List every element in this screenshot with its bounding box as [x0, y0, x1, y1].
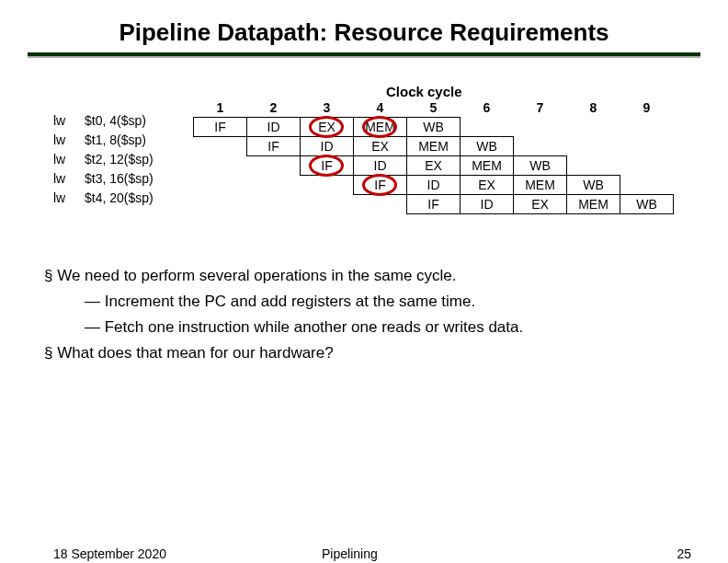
pipeline-cell: WB: [461, 136, 514, 155]
pipeline-cell: [247, 175, 301, 194]
cycle-header: 6: [461, 98, 514, 117]
pipeline-cell: [194, 155, 247, 175]
cycle-header: 5: [407, 98, 461, 117]
pipeline-cell: [461, 117, 514, 136]
pipeline-cell: [301, 194, 354, 213]
operands: $t3, 16($sp): [85, 171, 154, 186]
bullet-level-2: Increment the PC and add registers at th…: [44, 289, 523, 315]
cycle-header: 9: [620, 98, 674, 117]
table-row: IFIDEXMEMWB: [194, 117, 674, 136]
operands: $t0, 4($sp): [85, 113, 146, 128]
pipeline-cell: [620, 117, 674, 136]
pipeline-cell: WB: [514, 155, 567, 175]
pipeline-cell: ID: [407, 175, 461, 194]
pipeline-cell: [620, 175, 674, 194]
mnemonic: lw: [53, 189, 85, 208]
pipeline-table: 123456789IFIDEXMEMWBIFIDEXMEMWBIFIDEXMEM…: [193, 98, 674, 214]
title-block: Pipeline Datapath: Resource Requirements: [28, 18, 700, 58]
title-underline: [28, 52, 700, 58]
bullet-level-1: What does that mean for our hardware?: [44, 340, 523, 366]
operands: $t1, 8($sp): [85, 132, 146, 147]
pipeline-cell: [247, 194, 301, 213]
clock-cycle-label: Clock cycle: [386, 84, 462, 99]
pipeline-cell: EX: [354, 136, 407, 155]
pipeline-cell: [620, 136, 674, 155]
cycle-header: 2: [247, 98, 301, 117]
pipeline-cell: [567, 155, 620, 175]
table-row: IFIDEXMEMWB: [194, 175, 674, 194]
pipeline-cell: WB: [407, 117, 461, 136]
instruction-row: lw$t4, 20($sp): [53, 189, 154, 208]
footer-date: 18 September 2020: [53, 546, 166, 561]
pipeline-cell: [194, 136, 247, 155]
pipeline-cell: MEM: [461, 155, 514, 175]
pipeline-cell: ID: [301, 136, 354, 155]
pipeline-cell: WB: [620, 194, 674, 213]
bullet-level-2: Fetch one instruction while another one …: [44, 315, 523, 340]
instruction-row: lw$t3, 16($sp): [53, 169, 154, 189]
bullet-level-1: We need to perform several operations in…: [44, 263, 523, 289]
pipeline-cell: ID: [354, 155, 407, 175]
pipeline-cell: MEM: [567, 194, 620, 213]
instruction-list: lw$t0, 4($sp)lw$t1, 8($sp)lw$t2, 12($sp)…: [53, 111, 154, 208]
pipeline-cell: MEM: [354, 117, 407, 136]
mnemonic: lw: [53, 131, 85, 150]
cycle-header: 7: [514, 98, 567, 117]
footer-page-number: 25: [677, 546, 691, 561]
pipeline-cell: ID: [247, 117, 301, 136]
pipeline-cell: EX: [461, 175, 514, 194]
pipeline-cell: ID: [461, 194, 514, 213]
bullet-list: We need to perform several operations in…: [44, 263, 523, 366]
table-row: IFIDEXMEMWB: [194, 194, 674, 213]
cycle-header: 8: [567, 98, 620, 117]
cycle-header: 1: [194, 98, 247, 117]
pipeline-cell: EX: [514, 194, 567, 213]
pipeline-cell: [620, 155, 674, 175]
pipeline-cell: MEM: [514, 175, 567, 194]
cycle-header: 4: [354, 98, 407, 117]
slide-title: Pipeline Datapath: Resource Requirements: [28, 18, 700, 52]
table-row: IFIDEXMEMWB: [194, 136, 674, 155]
pipeline-cell: IF: [301, 155, 354, 175]
pipeline-cell: EX: [407, 155, 461, 175]
pipeline-cell: [514, 136, 567, 155]
instruction-row: lw$t1, 8($sp): [53, 131, 154, 150]
mnemonic: lw: [53, 150, 85, 169]
operands: $t2, 12($sp): [85, 152, 154, 167]
pipeline-cell: [567, 117, 620, 136]
pipeline-cell: [194, 194, 247, 213]
pipeline-cell: [194, 175, 247, 194]
pipeline-cell: MEM: [407, 136, 461, 155]
mnemonic: lw: [53, 169, 85, 189]
table-row: IFIDEXMEMWB: [194, 155, 674, 175]
instruction-row: lw$t0, 4($sp): [53, 111, 154, 131]
pipeline-cell: IF: [194, 117, 247, 136]
mnemonic: lw: [53, 111, 85, 131]
pipeline-cell: [354, 194, 407, 213]
pipeline-cell: EX: [301, 117, 354, 136]
pipeline-cell: IF: [354, 175, 407, 194]
pipeline-cell: [247, 155, 301, 175]
operands: $t4, 20($sp): [85, 190, 154, 205]
pipeline-cell: [301, 175, 354, 194]
pipeline-cell: IF: [407, 194, 461, 213]
pipeline-cell: [514, 117, 567, 136]
pipeline-cell: IF: [247, 136, 301, 155]
pipeline-cell: [567, 136, 620, 155]
instruction-row: lw$t2, 12($sp): [53, 150, 154, 169]
pipeline-cell: WB: [567, 175, 620, 194]
cycle-header: 3: [301, 98, 354, 117]
footer-center: Pipelining: [322, 546, 378, 561]
